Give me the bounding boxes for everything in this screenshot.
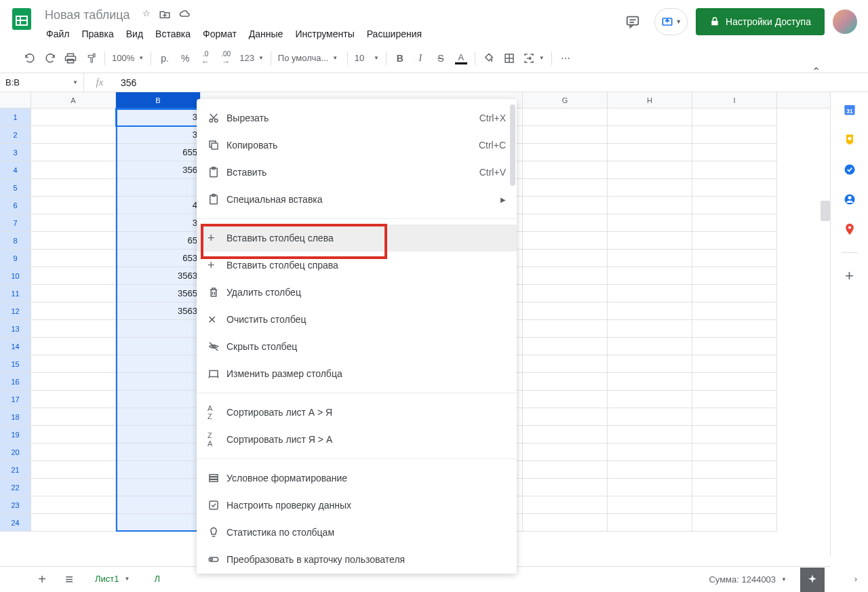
row-header[interactable]: 10 <box>0 267 31 285</box>
cell[interactable]: 3563 <box>116 267 201 285</box>
cell[interactable] <box>31 355 116 373</box>
cell[interactable] <box>692 443 777 461</box>
document-title[interactable]: Новая таблица <box>41 7 134 24</box>
row-header[interactable]: 18 <box>0 408 31 426</box>
decrease-decimal-button[interactable]: .0← <box>196 49 215 68</box>
cell[interactable] <box>523 232 608 250</box>
cell[interactable] <box>116 514 201 532</box>
cell[interactable] <box>116 479 201 496</box>
row-header[interactable]: 7 <box>0 214 31 232</box>
row-header[interactable]: 2 <box>0 126 31 144</box>
cell[interactable] <box>116 496 201 514</box>
cell[interactable] <box>31 126 116 144</box>
italic-button[interactable]: I <box>411 49 430 68</box>
cell[interactable] <box>523 144 608 161</box>
cell[interactable] <box>523 408 608 426</box>
row-header[interactable]: 17 <box>0 391 31 408</box>
zoom-dropdown[interactable]: 100%▼ <box>109 53 146 63</box>
cell[interactable] <box>692 514 777 532</box>
cell[interactable] <box>116 461 201 479</box>
row-header[interactable]: 11 <box>0 285 31 302</box>
context-menu-item[interactable]: ВырезатьCtrl+X <box>197 104 517 132</box>
cell[interactable] <box>31 391 116 408</box>
cell[interactable] <box>608 250 692 267</box>
cell[interactable] <box>116 320 201 338</box>
cell[interactable] <box>608 126 692 144</box>
menu-format[interactable]: Формат <box>197 26 242 42</box>
cloud-icon[interactable] <box>179 8 191 22</box>
cell[interactable] <box>692 267 777 285</box>
cell[interactable] <box>608 496 692 514</box>
row-header[interactable]: 5 <box>0 179 31 197</box>
cell[interactable] <box>523 320 608 338</box>
cell[interactable] <box>692 338 777 355</box>
context-menu-item[interactable]: Условное форматирование <box>197 465 517 492</box>
menu-extensions[interactable]: Расширения <box>361 26 427 42</box>
row-header[interactable]: 3 <box>0 144 31 161</box>
cell[interactable] <box>692 479 777 496</box>
row-header[interactable]: 1 <box>0 108 31 126</box>
cell[interactable] <box>692 391 777 408</box>
cell[interactable]: 653 <box>116 250 201 267</box>
cell[interactable] <box>116 443 201 461</box>
row-header[interactable]: 22 <box>0 479 31 496</box>
col-header-g[interactable]: G <box>523 92 608 108</box>
sheet-tab-1[interactable]: Лист1▼ <box>84 568 140 591</box>
cell[interactable] <box>692 496 777 514</box>
cell[interactable] <box>692 373 777 391</box>
row-header[interactable]: 12 <box>0 302 31 320</box>
cell[interactable] <box>608 443 692 461</box>
row-header[interactable]: 9 <box>0 250 31 267</box>
cell[interactable] <box>608 338 692 355</box>
cell[interactable] <box>608 232 692 250</box>
cell[interactable] <box>31 144 116 161</box>
more-toolbar-button[interactable]: ⋯ <box>556 49 575 68</box>
bold-button[interactable]: B <box>391 49 410 68</box>
cell[interactable] <box>523 250 608 267</box>
cell[interactable] <box>31 408 116 426</box>
cell[interactable] <box>692 232 777 250</box>
cell[interactable] <box>523 179 608 197</box>
cell[interactable] <box>523 514 608 532</box>
cell[interactable] <box>692 214 777 232</box>
cell[interactable] <box>608 197 692 214</box>
row-header[interactable]: 24 <box>0 514 31 532</box>
cell[interactable] <box>692 144 777 161</box>
print-button[interactable] <box>61 49 80 68</box>
cell[interactable] <box>31 479 116 496</box>
row-header[interactable]: 20 <box>0 443 31 461</box>
cell[interactable] <box>116 408 201 426</box>
cell[interactable] <box>692 126 777 144</box>
cell[interactable]: 3 <box>116 214 201 232</box>
cell[interactable]: 3565 <box>116 285 201 302</box>
cell[interactable] <box>608 267 692 285</box>
cell[interactable] <box>31 426 116 443</box>
cell[interactable] <box>31 197 116 214</box>
user-avatar[interactable] <box>833 9 857 34</box>
cell[interactable] <box>31 461 116 479</box>
cell[interactable] <box>31 214 116 232</box>
vertical-scrollbar[interactable] <box>821 201 830 221</box>
cell[interactable] <box>608 302 692 320</box>
cell[interactable] <box>523 355 608 373</box>
cell[interactable] <box>523 267 608 285</box>
cell[interactable] <box>31 232 116 250</box>
cell[interactable] <box>116 426 201 443</box>
comments-button[interactable] <box>619 8 646 35</box>
move-icon[interactable] <box>159 8 171 22</box>
fill-color-button[interactable] <box>479 49 498 68</box>
row-header[interactable]: 15 <box>0 355 31 373</box>
context-menu-item[interactable]: Преобразовать в карточку пользователя <box>197 546 517 573</box>
undo-button[interactable] <box>20 49 39 68</box>
cell[interactable] <box>523 108 608 126</box>
font-size-dropdown[interactable]: 10▼ <box>352 53 382 63</box>
cell[interactable] <box>523 302 608 320</box>
explore-button[interactable] <box>800 568 825 592</box>
cell[interactable] <box>523 496 608 514</box>
cell[interactable] <box>692 250 777 267</box>
context-menu-item[interactable]: ZAСортировать лист Я > А <box>197 426 517 453</box>
col-header-h[interactable]: H <box>608 92 692 108</box>
formula-input[interactable]: 356 <box>115 77 868 88</box>
context-menu-item[interactable]: Статистика по столбцам <box>197 519 517 546</box>
cell[interactable] <box>31 179 116 197</box>
